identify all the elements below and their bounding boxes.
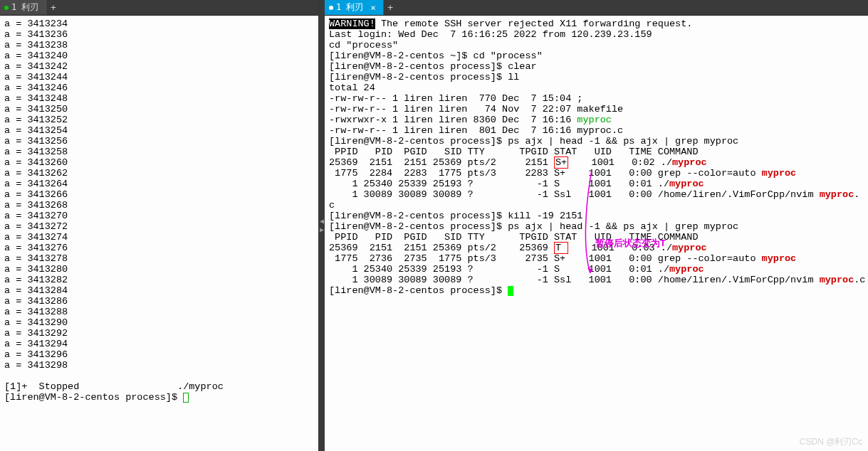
output-line: a = 3413268 xyxy=(4,200,314,211)
left-tabbar: 1 利刃 + xyxy=(0,0,318,16)
ps-row: 25369 2151 2151 25369 pts/2 2151 S+ 1001… xyxy=(329,157,864,168)
right-pane: 1 利刃 × + WARNING! The remote SSH server … xyxy=(325,0,868,451)
tab-status-dot xyxy=(329,6,333,10)
output-line: a = 3413252 xyxy=(4,115,314,125)
cursor xyxy=(508,286,513,296)
ll-row: -rw-rw-r-- 1 liren liren 74 Nov 7 22:07 … xyxy=(329,104,864,115)
output-line: a = 3413262 xyxy=(4,168,314,179)
left-pane: 1 利刃 + a = 3413234a = 3413236a = 3413238… xyxy=(0,0,319,451)
output-line: a = 3413256 xyxy=(4,136,314,147)
prompt-line[interactable]: [liren@VM-8-2-centos process]$ xyxy=(4,392,314,403)
ps-row: 1 25340 25339 25193 ? -1 S 1001 0:01 ./m… xyxy=(329,179,864,189)
ps-row: 1775 2284 2283 1775 pts/3 2283 S+ 1001 0… xyxy=(329,168,864,179)
echo-cd: cd "process" xyxy=(329,40,864,51)
cmd-line: [liren@VM-8-2-centos process]$ ps ajx | … xyxy=(329,221,864,232)
nav-left-icon: ◀ xyxy=(320,218,324,225)
tab-left-1[interactable]: 1 利刃 xyxy=(0,0,46,15)
ps-row: 1 25340 25339 25193 ? -1 S 1001 0:01 ./m… xyxy=(329,264,864,275)
cmd-line: [liren@VM-8-2-centos ~]$ cd "process" xyxy=(329,51,864,61)
warning-line: WARNING! The remote SSH server rejected … xyxy=(329,18,864,29)
ll-row: -rw-rw-r-- 1 liren liren 770 Dec 7 15:04… xyxy=(329,93,864,104)
output-line: a = 3413276 xyxy=(4,243,314,253)
output-line: a = 3413292 xyxy=(4,328,314,339)
cmd-line: [liren@VM-8-2-centos process]$ ps ajx | … xyxy=(329,136,864,147)
output-line: a = 3413280 xyxy=(4,264,314,275)
output-line: a = 3413236 xyxy=(4,29,314,40)
split-handle[interactable]: ◀ ▶ xyxy=(319,0,325,451)
output-line: a = 3413246 xyxy=(4,83,314,93)
ps-row: 1 30089 30089 30089 ? -1 Ssl 1001 0:00 /… xyxy=(329,275,864,285)
output-line: a = 3413240 xyxy=(4,51,314,61)
watermark: CSDN @利刃Cc xyxy=(800,436,862,448)
blank-line xyxy=(4,371,314,381)
output-line: a = 3413250 xyxy=(4,104,314,115)
output-line: a = 3413294 xyxy=(4,339,314,349)
output-line: a = 3413272 xyxy=(4,221,314,232)
output-line: a = 3413264 xyxy=(4,179,314,189)
cmd-line: [liren@VM-8-2-centos process]$ kill -19 … xyxy=(329,211,864,221)
new-tab-left[interactable]: + xyxy=(46,0,60,15)
prompt-line[interactable]: [liren@VM-8-2-centos process]$ xyxy=(329,285,864,296)
new-tab-right[interactable]: + xyxy=(383,0,397,15)
ps-header: PPID PID PGID SID TTY TPGID STAT UID TIM… xyxy=(329,147,864,157)
output-line: a = 3413286 xyxy=(4,296,314,307)
left-terminal[interactable]: a = 3413234a = 3413236a = 3413238a = 341… xyxy=(0,16,318,451)
output-line: a = 3413238 xyxy=(4,40,314,51)
output-line: a = 3413284 xyxy=(4,285,314,296)
annotation-text: 暂停后状态变为T xyxy=(595,238,666,248)
wrap-line: c xyxy=(329,200,864,211)
tab-status-dot xyxy=(4,6,9,10)
tab-label: 1 利刃 xyxy=(11,1,38,14)
output-line: a = 3413234 xyxy=(4,18,314,29)
output-line: a = 3413298 xyxy=(4,360,314,371)
cmd-line: [liren@VM-8-2-centos process]$ ll xyxy=(329,72,864,83)
output-line: a = 3413270 xyxy=(4,211,314,221)
output-line: a = 3413296 xyxy=(4,349,314,360)
stopped-line: [1]+ Stopped ./myproc xyxy=(4,381,314,392)
output-line: a = 3413248 xyxy=(4,93,314,104)
split-container: 1 利刃 + a = 3413234a = 3413236a = 3413238… xyxy=(0,0,868,451)
output-line: a = 3413278 xyxy=(4,253,314,264)
ll-row: -rw-rw-r-- 1 liren liren 801 Dec 7 16:16… xyxy=(329,125,864,136)
ll-row: -rwxrwxr-x 1 liren liren 8360 Dec 7 16:1… xyxy=(329,115,864,125)
tab-label: 1 利刃 xyxy=(336,1,363,14)
cursor xyxy=(183,393,189,403)
login-line: Last login: Wed Dec 7 16:16:25 2022 from… xyxy=(329,29,864,40)
output-line: a = 3413274 xyxy=(4,232,314,243)
output-line: a = 3413258 xyxy=(4,147,314,157)
close-icon[interactable]: × xyxy=(370,3,375,13)
ll-total: total 24 xyxy=(329,83,864,93)
output-line: a = 3413290 xyxy=(4,317,314,328)
cmd-line: [liren@VM-8-2-centos process]$ clear xyxy=(329,61,864,72)
right-terminal[interactable]: WARNING! The remote SSH server rejected … xyxy=(325,16,868,451)
output-line: a = 3413260 xyxy=(4,157,314,168)
ps-row: 1775 2736 2735 1775 pts/3 2735 S+ 1001 0… xyxy=(329,253,864,264)
output-line: a = 3413242 xyxy=(4,61,314,72)
output-line: a = 3413282 xyxy=(4,275,314,285)
output-line: a = 3413288 xyxy=(4,307,314,317)
tab-right-1[interactable]: 1 利刃 × xyxy=(325,0,383,15)
output-line: a = 3413266 xyxy=(4,189,314,200)
right-tabbar: 1 利刃 × + xyxy=(325,0,868,16)
nav-right-icon: ▶ xyxy=(320,226,324,233)
output-line: a = 3413254 xyxy=(4,125,314,136)
ps-row: 1 30089 30089 30089 ? -1 Ssl 1001 0:00 /… xyxy=(329,189,864,200)
output-line: a = 3413244 xyxy=(4,72,314,83)
